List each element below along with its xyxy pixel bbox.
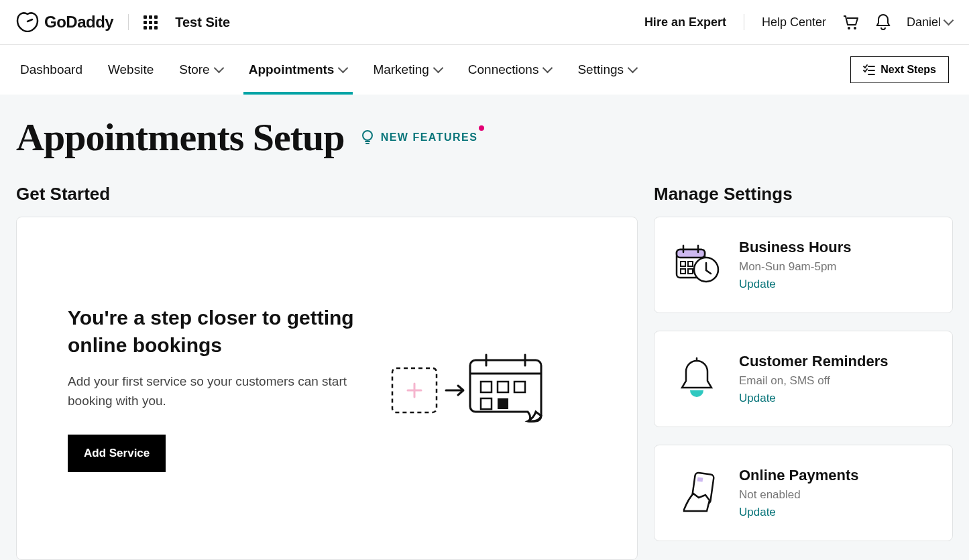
notifications-icon[interactable] xyxy=(874,13,892,32)
svg-rect-5 xyxy=(498,382,508,392)
page-content: Appointments Setup NEW FEATURES Get Star… xyxy=(0,95,969,560)
hire-expert-link[interactable]: Hire an Expert xyxy=(644,15,726,30)
svg-rect-6 xyxy=(514,382,525,392)
chevron-down-icon xyxy=(629,66,637,74)
godaddy-logo-icon xyxy=(16,12,39,32)
cart-icon[interactable] xyxy=(841,13,860,32)
svg-rect-14 xyxy=(688,269,693,274)
svg-rect-8 xyxy=(498,398,508,409)
chevron-down-icon xyxy=(215,66,223,74)
nav-dashboard[interactable]: Dashboard xyxy=(20,45,82,95)
topbar-right: Hire an Expert Help Center Daniel xyxy=(644,13,953,32)
update-link[interactable]: Update xyxy=(739,506,859,519)
nav-website[interactable]: Website xyxy=(108,45,154,95)
payment-card-icon xyxy=(672,468,722,518)
settings-card-online-payments: Online Payments Not enabled Update xyxy=(654,445,953,541)
lightbulb-icon xyxy=(361,129,374,146)
calendar-clock-icon xyxy=(672,240,722,290)
checklist-icon xyxy=(863,64,875,75)
topbar: GoDaddy Test Site Hire an Expert Help Ce… xyxy=(0,0,969,45)
onboarding-illustration xyxy=(390,347,544,430)
add-service-button[interactable]: Add Service xyxy=(68,435,166,472)
manage-settings-section: Manage Settings Business Hours M xyxy=(654,184,953,560)
svg-rect-10 xyxy=(677,249,705,258)
svg-rect-11 xyxy=(681,262,685,266)
brand-name: GoDaddy xyxy=(44,13,113,32)
svg-rect-12 xyxy=(688,262,693,266)
new-features-link[interactable]: NEW FEATURES xyxy=(361,129,478,146)
get-started-description: Add your first service so your customers… xyxy=(68,372,363,410)
settings-card-status: Not enabled xyxy=(739,488,859,502)
chevron-down-icon xyxy=(435,66,443,74)
settings-card-status: Mon-Sun 9am-5pm xyxy=(739,260,852,274)
settings-card-title: Customer Reminders xyxy=(739,353,889,370)
bell-icon xyxy=(672,354,722,404)
brand-logo[interactable]: GoDaddy xyxy=(16,12,113,32)
get-started-card: You're a step closer to getting online b… xyxy=(16,217,638,560)
manage-settings-title: Manage Settings xyxy=(654,184,953,205)
page-title: Appointments Setup xyxy=(16,115,345,160)
chevron-down-icon xyxy=(339,66,347,74)
nav-connections[interactable]: Connections xyxy=(468,45,553,95)
settings-card-status: Email on, SMS off xyxy=(739,374,889,388)
settings-card-customer-reminders: Customer Reminders Email on, SMS off Upd… xyxy=(654,331,953,427)
page-title-row: Appointments Setup NEW FEATURES xyxy=(16,115,953,160)
user-name: Daniel xyxy=(907,15,941,30)
update-link[interactable]: Update xyxy=(739,392,889,405)
nav-marketing[interactable]: Marketing xyxy=(373,45,442,95)
update-link[interactable]: Update xyxy=(739,278,852,291)
settings-card-title: Business Hours xyxy=(739,239,852,256)
navbar: Dashboard Website Store Appointments Mar… xyxy=(0,45,969,95)
divider xyxy=(128,14,129,30)
svg-rect-17 xyxy=(697,477,703,482)
svg-point-0 xyxy=(848,27,850,30)
settings-card-business-hours: Business Hours Mon-Sun 9am-5pm Update xyxy=(654,217,953,313)
chevron-down-icon xyxy=(544,66,552,74)
nav-appointments[interactable]: Appointments xyxy=(249,45,348,95)
svg-point-2 xyxy=(363,131,372,140)
notification-dot xyxy=(479,125,484,131)
svg-rect-4 xyxy=(481,382,492,392)
svg-rect-7 xyxy=(481,398,492,409)
get-started-heading: You're a step closer to getting online b… xyxy=(68,304,363,359)
nav-store[interactable]: Store xyxy=(179,45,223,95)
site-name[interactable]: Test Site xyxy=(175,15,230,30)
user-menu[interactable]: Daniel xyxy=(907,15,953,30)
nav-settings[interactable]: Settings xyxy=(577,45,637,95)
chevron-down-icon xyxy=(945,18,953,26)
divider xyxy=(744,14,744,30)
apps-grid-icon[interactable] xyxy=(144,15,158,30)
get-started-section: Get Started You're a step closer to gett… xyxy=(16,184,638,560)
next-steps-button[interactable]: Next Steps xyxy=(850,56,949,83)
settings-card-title: Online Payments xyxy=(739,467,859,484)
svg-rect-13 xyxy=(681,269,685,274)
help-center-link[interactable]: Help Center xyxy=(762,15,826,30)
svg-point-1 xyxy=(854,27,856,30)
get-started-title: Get Started xyxy=(16,184,638,205)
